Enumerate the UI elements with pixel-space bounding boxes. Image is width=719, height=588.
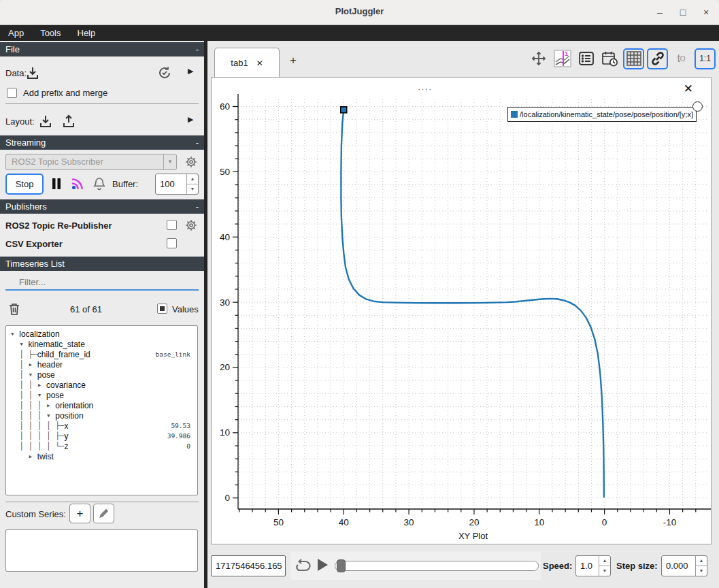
menu-bar: App Tools Help (0, 25, 719, 41)
series-count: 61 of 61 (70, 304, 102, 314)
tree-row[interactable]: ▾ localization (6, 329, 197, 339)
loop-icon[interactable] (295, 558, 311, 574)
spin-up-icon[interactable]: ▲ (599, 556, 610, 566)
time-origin-icon[interactable]: tO (671, 48, 692, 69)
tree-row[interactable]: │ │ │ ▾ position (6, 410, 197, 421)
divider (5, 103, 199, 104)
layout-label: Layout: (5, 116, 35, 127)
custom-series-list[interactable] (5, 529, 198, 572)
republisher-checkbox[interactable] (167, 220, 177, 230)
speed-spinbox[interactable]: 1.0 ▲▼ (575, 555, 611, 576)
plot-widget[interactable]: ···· ✕ 50403020100-100102030405060XY Plo… (211, 77, 712, 544)
svg-text:10: 10 (534, 517, 544, 527)
plot-canvas-svg[interactable]: 50403020100-100102030405060XY Plot (212, 78, 711, 544)
publishers-section-header[interactable]: Publishers - (0, 199, 204, 214)
trash-icon[interactable] (8, 302, 20, 316)
tree-row[interactable]: │ │ │ ▸ orientation (6, 400, 197, 410)
svg-text:30: 30 (404, 517, 414, 527)
notifications-bell-icon[interactable] (93, 176, 106, 191)
stop-streaming-button[interactable]: Stop (5, 174, 44, 195)
step-size-label: Step size: (616, 561, 658, 571)
pause-icon[interactable] (51, 178, 62, 190)
republisher-label: ROS2 Topic Re-Publisher (5, 220, 112, 231)
layout-menu-arrow-icon[interactable]: ▶ (188, 115, 193, 124)
timeseries-section-header[interactable]: Timeseries List (0, 257, 204, 271)
tree-row[interactable]: │ ▸ header (6, 359, 197, 370)
streaming-section-header[interactable]: Streaming - (0, 135, 204, 150)
left-sidebar: File - Data: ▶ Add prefix and merge Layo… (0, 41, 204, 588)
edit-custom-series-button[interactable] (93, 504, 114, 523)
add-prefix-merge-checkbox[interactable] (7, 88, 17, 98)
svg-text:20: 20 (220, 362, 230, 372)
reload-data-icon[interactable] (156, 65, 173, 81)
spin-up-icon[interactable]: ▲ (696, 556, 707, 566)
load-data-icon[interactable] (25, 65, 40, 80)
values-checkbox[interactable] (157, 304, 167, 314)
load-layout-icon[interactable] (38, 114, 53, 129)
title-bar: PlotJuggler – □ × (0, 0, 719, 24)
datetime-icon[interactable] (599, 48, 620, 69)
streaming-settings-gear-icon[interactable] (184, 155, 198, 169)
streaming-source-combobox[interactable]: ROS2 Topic Subscriber ▼ (5, 154, 177, 170)
speed-label: Speed: (543, 561, 572, 571)
time-slider-handle[interactable] (337, 559, 346, 572)
time-slider[interactable] (335, 561, 539, 571)
menu-app[interactable]: App (0, 27, 32, 39)
window-title: PlotJuggler (0, 6, 719, 16)
tree-row[interactable]: │ │ │ │ ├─x59.53 (6, 421, 197, 431)
svg-text:30: 30 (220, 297, 230, 308)
spin-up-icon[interactable]: ▲ (187, 174, 198, 184)
pan-move-icon[interactable] (528, 48, 549, 69)
curve-tracker-icon[interactable]: 1 (552, 48, 573, 69)
add-prefix-merge-label: Add prefix and merge (23, 88, 107, 98)
tree-row[interactable]: │ │ ▾ pose (6, 390, 197, 400)
filter-input[interactable] (5, 275, 199, 291)
spin-down-icon[interactable]: ▼ (696, 566, 707, 576)
grid-layout-icon[interactable] (623, 48, 644, 69)
tree-row[interactable]: │ ▾ pose (6, 370, 197, 380)
tree-row[interactable]: │ │ │ │ └─z0 (6, 441, 197, 451)
svg-text:40: 40 (339, 517, 349, 527)
close-button[interactable]: × (699, 5, 714, 19)
svg-text:XY Plot: XY Plot (458, 531, 488, 541)
republisher-gear-icon[interactable] (184, 218, 198, 232)
menu-help[interactable]: Help (69, 27, 104, 39)
csv-exporter-checkbox[interactable] (167, 238, 177, 248)
corner-handle-icon[interactable] (692, 101, 703, 112)
svg-text:0: 0 (602, 517, 607, 527)
tree-row[interactable]: ▾ kinematic_state (6, 339, 197, 349)
tab-close-icon[interactable]: ✕ (256, 59, 263, 68)
ratio-1-1-icon[interactable]: 1:1 (695, 48, 716, 69)
link-axes-icon[interactable] (647, 48, 668, 69)
svg-text:60: 60 (220, 101, 230, 112)
list-view-icon[interactable] (575, 48, 597, 69)
tree-row[interactable]: │ │ ▸ covariance (6, 380, 197, 390)
collapse-icon[interactable]: - (196, 135, 199, 150)
minimize-button[interactable]: – (652, 5, 667, 19)
timestamp-field[interactable]: 1717546456.165 (211, 555, 286, 576)
spin-down-icon[interactable]: ▼ (187, 184, 198, 194)
file-section-header[interactable]: File - (0, 42, 204, 56)
svg-text:-10: -10 (663, 517, 677, 527)
tree-row[interactable]: ▸ twist (6, 451, 197, 461)
step-size-spinbox[interactable]: 0.000 ▲▼ (661, 555, 707, 576)
chevron-down-icon[interactable]: ▼ (163, 154, 176, 169)
custom-series-label: Custom Series: (5, 509, 66, 519)
collapse-icon[interactable]: - (196, 199, 199, 214)
spin-down-icon[interactable]: ▼ (599, 566, 610, 576)
collapse-icon[interactable]: - (196, 42, 199, 56)
add-custom-series-button[interactable]: + (69, 504, 90, 523)
tree-row[interactable]: │ ├─child_frame_idbase_link (6, 349, 197, 359)
plot-legend[interactable]: /localization/kinematic_state/pose/pose/… (507, 107, 697, 122)
timeseries-tree[interactable]: ▾ localization ▾ kinematic_state │ ├─chi… (5, 325, 198, 495)
menu-tools[interactable]: Tools (32, 27, 69, 39)
add-tab-button[interactable]: + (284, 52, 302, 69)
svg-text:10: 10 (220, 427, 230, 438)
play-icon[interactable] (317, 558, 329, 572)
data-menu-arrow-icon[interactable]: ▶ (188, 67, 193, 76)
save-layout-icon[interactable] (61, 114, 76, 129)
tree-row[interactable]: │ │ │ │ ├─y39.986 (6, 431, 197, 441)
tab-tab1[interactable]: tab1 ✕ (214, 48, 280, 78)
buffer-spinbox[interactable]: 100 ▲▼ (155, 174, 199, 195)
maximize-button[interactable]: □ (675, 5, 690, 19)
